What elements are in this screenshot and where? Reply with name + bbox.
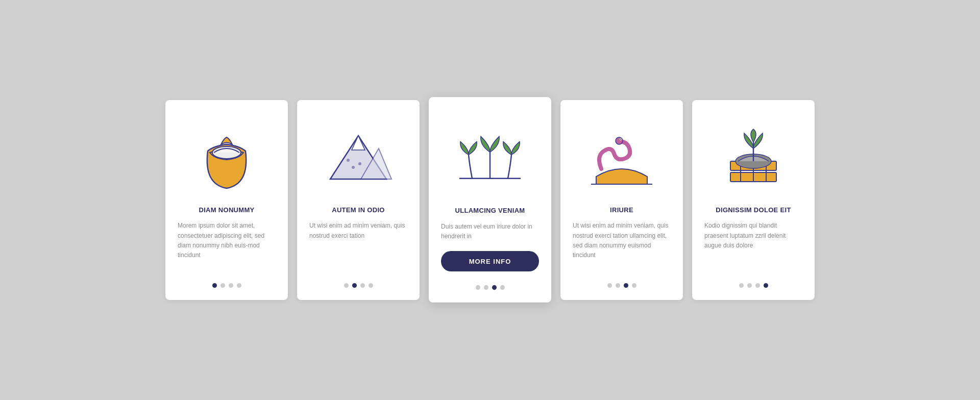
- dot-1-2: [220, 283, 225, 288]
- svg-point-3: [358, 162, 361, 165]
- sack-icon: [199, 123, 255, 189]
- dot-5-4: [764, 283, 768, 288]
- card-dignissim-doloe-eit: DIGNISSIM DOLOE EIT Kodio dignissim qui …: [692, 100, 815, 299]
- icon-area-1: [178, 115, 276, 197]
- svg-point-8: [620, 139, 621, 140]
- icon-area-3: [441, 113, 539, 197]
- dot-5-2: [747, 283, 752, 288]
- dot-4-3: [624, 283, 628, 288]
- card-5-text: Kodio dignissim qui blandit praesent lup…: [704, 221, 802, 269]
- dot-2-3: [360, 283, 365, 288]
- card-autem-in-odio: AUTEM IN ODIO Ut wisi enim ad minim veni…: [297, 100, 420, 299]
- more-info-button[interactable]: MORE INFO: [441, 252, 539, 272]
- card-4-text: Ut wisi enim ad minim veniam, quis nostr…: [573, 221, 671, 269]
- card-2-title: AUTEM IN ODIO: [332, 206, 385, 214]
- dot-2-4: [369, 283, 373, 288]
- svg-point-6: [616, 137, 623, 144]
- card-iriure: IRIURE Ut wisi enim ad minim veniam, qui…: [560, 100, 683, 299]
- dot-4-2: [616, 283, 620, 288]
- icon-area-2: [309, 115, 407, 197]
- dot-2-2: [352, 283, 357, 288]
- svg-point-1: [347, 159, 350, 162]
- dot-3-4: [500, 286, 505, 290]
- dot-1-1: [212, 283, 217, 288]
- icon-area-5: [704, 115, 802, 197]
- card-5-dots: [739, 279, 768, 288]
- dot-3-2: [484, 286, 488, 290]
- dot-1-3: [229, 283, 233, 288]
- card-4-dots: [607, 279, 636, 288]
- card-1-text: Morem ipsum dolor sit amet, consectetuer…: [178, 221, 276, 269]
- dot-5-3: [755, 283, 760, 288]
- card-1-title: DIAM NONUMMY: [199, 206, 254, 214]
- card-diam-nonummy: DIAM NONUMMY Morem ipsum dolor sit amet,…: [165, 100, 288, 299]
- card-2-dots: [344, 279, 373, 288]
- crate-icon: [723, 123, 784, 189]
- worm-icon: [586, 126, 657, 187]
- card-1-dots: [212, 279, 241, 288]
- icon-area-4: [573, 115, 671, 197]
- mountain-icon: [325, 126, 391, 187]
- card-4-title: IRIURE: [610, 206, 633, 214]
- dot-3-1: [476, 286, 480, 290]
- dot-1-4: [237, 283, 241, 288]
- dot-4-1: [607, 283, 612, 288]
- sprouts-icon: [454, 123, 526, 187]
- svg-point-2: [352, 166, 355, 169]
- card-2-text: Ut wisi enim ad minim veniam, quis nostr…: [309, 221, 407, 269]
- cards-container: DIAM NONUMMY Morem ipsum dolor sit amet,…: [150, 80, 830, 320]
- dot-4-4: [632, 283, 636, 288]
- dot-2-1: [344, 283, 349, 288]
- card-3-text: Duis autem vel eum iriure dolor in hendr…: [441, 222, 539, 242]
- card-3-dots: [476, 281, 505, 290]
- dot-5-1: [739, 283, 744, 288]
- card-ullamcing-veniam: ULLAMCING VENIAM Duis autem vel eum iriu…: [429, 97, 551, 303]
- card-3-title: ULLAMCING VENIAM: [455, 207, 525, 214]
- dot-3-3: [492, 286, 497, 290]
- card-5-title: DIGNISSIM DOLOE EIT: [716, 206, 791, 214]
